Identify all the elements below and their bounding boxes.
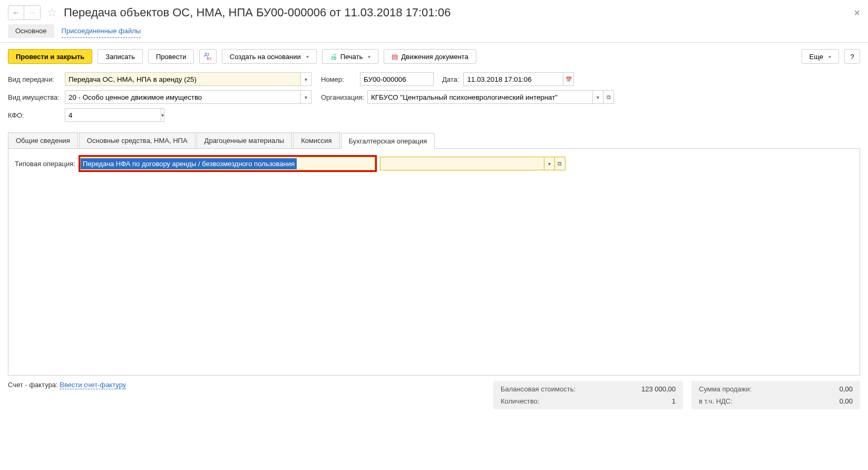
sale-label: Сумма продажи: [699,385,752,393]
organization-input[interactable] [367,90,593,104]
tab-precious[interactable]: Драгоценные материалы [197,132,292,148]
post-and-close-button[interactable]: Провести и закрыть [8,49,92,64]
typical-operation-open-icon[interactable]: ⧉ [554,157,565,170]
organization-open-icon[interactable]: ⧉ [603,90,614,104]
date-label: Дата: [442,75,459,83]
page-title: Передача объектов ОС, НМА, НПА БУ00-0000… [64,6,854,20]
typical-operation-value[interactable]: Передача НФА по договору аренды / безвоз… [81,158,297,169]
enter-invoice-link[interactable]: Ввести счет-фактуру [60,381,126,389]
save-button[interactable]: Записать [97,49,143,64]
number-input[interactable] [360,72,434,86]
transfer-type-label: Вид передачи: [8,75,61,83]
property-type-input[interactable] [65,90,301,104]
subnav-attached-files[interactable]: Присоединенные файлы [62,24,141,38]
property-type-dropdown[interactable]: ▾ [301,90,311,104]
invoice-section: Счет - фактура: Ввести счет-фактуру [8,381,126,389]
property-type-label: Вид имущества: [8,93,61,101]
organization-label: Организация: [321,93,363,101]
summary-balance: Балансовая стоимость: 123 000,00 Количес… [493,381,683,409]
post-button[interactable]: Провести [148,49,194,64]
transfer-type-input[interactable] [65,72,301,86]
organization-dropdown[interactable]: ▾ [593,90,603,104]
kfo-input[interactable] [65,108,161,122]
date-picker-icon[interactable]: 📅 [563,72,574,86]
help-button[interactable]: ? [844,49,860,64]
print-button[interactable]: 🖨 Печать [322,49,379,64]
typical-op-highlight: Передача НФА по договору аренды / безвоз… [79,155,377,172]
balance-value: 123 000,00 [641,385,676,393]
debit-credit-button[interactable]: Дт Кт [199,49,216,64]
kfo-dropdown[interactable]: ▾ [161,108,164,122]
nav-buttons: ← → [8,5,41,20]
tab-commission[interactable]: Комиссия [293,132,339,148]
more-button[interactable]: Еще [802,49,839,64]
forward-button[interactable]: → [24,6,40,20]
typical-operation-label: Типовая операция: [15,160,75,168]
invoice-label: Счет - фактура: [8,381,58,389]
summary-sale: Сумма продажи: 0,00 в т.ч. НДС: 0,00 [691,381,860,409]
quantity-label: Количество: [501,397,539,405]
back-button[interactable]: ← [8,6,24,20]
transfer-type-dropdown[interactable]: ▾ [301,72,311,86]
typical-operation-dropdown[interactable]: ▾ [544,157,554,170]
tab-fixed-assets[interactable]: Основные средства, НМА, НПА [79,132,196,148]
favorite-star-icon[interactable]: ☆ [47,6,57,20]
vat-value: 0,00 [840,397,853,405]
tab-accounting[interactable]: Бухгалтерская операция [341,133,435,149]
sale-value: 0,00 [840,385,853,393]
tab-general[interactable]: Общие сведения [8,132,78,148]
create-based-on-button[interactable]: Создать на основании [222,49,317,64]
close-icon[interactable]: × [854,7,860,19]
movements-icon: ▤ [392,53,398,61]
quantity-value: 1 [672,397,676,405]
subnav-main[interactable]: Основное [8,24,54,38]
vat-label: в т.ч. НДС: [699,397,733,405]
print-icon: 🖨 [330,52,337,61]
debit-credit-icon: Дт Кт [204,52,211,61]
kfo-label: КФО: [8,111,61,119]
number-label: Номер: [321,75,356,83]
date-input[interactable] [463,72,563,86]
balance-label: Балансовая стоимость: [501,385,576,393]
document-movements-button[interactable]: ▤ Движения документа [384,49,476,64]
